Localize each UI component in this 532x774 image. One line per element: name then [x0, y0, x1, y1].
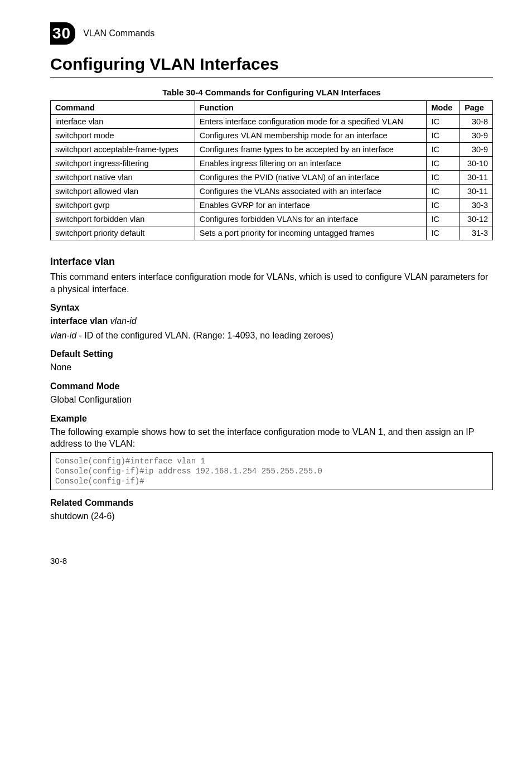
td-command: switchport forbidden vlan [51, 212, 195, 226]
td-function: Enables ingress filtering on an interfac… [195, 157, 427, 171]
default-value: None [50, 361, 493, 374]
td-command: switchport priority default [51, 226, 195, 240]
td-command: interface vlan [51, 115, 195, 129]
td-mode: IC [427, 185, 460, 199]
td-command: switchport ingress-filtering [51, 157, 195, 171]
td-page: 30-10 [460, 157, 493, 171]
table-row: switchport gvrp Enables GVRP for an inte… [51, 199, 493, 212]
syntax-cmd: interface vlan [50, 316, 110, 326]
td-function: Enables GVRP for an interface [195, 199, 427, 212]
td-mode: IC [427, 199, 460, 212]
example-intro: The following example shows how to set t… [50, 426, 493, 450]
td-page: 30-9 [460, 143, 493, 157]
table-row: switchport mode Configures VLAN membersh… [51, 129, 493, 143]
td-function: Enters interface configuration mode for … [195, 115, 427, 129]
th-command: Command [51, 101, 195, 115]
td-mode: IC [427, 157, 460, 171]
td-function: Configures VLAN membership mode for an i… [195, 129, 427, 143]
command-description: This command enters interface configurat… [50, 271, 493, 295]
chapter-header: 30 VLAN Commands [50, 22, 493, 45]
syntax-arg-desc: vlan-id - ID of the configured VLAN. (Ra… [50, 330, 493, 342]
table-header-row: Command Function Mode Page [51, 101, 493, 115]
table-caption: Table 30-4 Commands for Configuring VLAN… [50, 88, 493, 97]
mode-value: Global Configuration [50, 394, 493, 406]
td-function: Configures forbidden VLANs for an interf… [195, 212, 427, 226]
commands-table: Command Function Mode Page interface vla… [50, 100, 493, 240]
td-command: switchport native vlan [51, 171, 195, 185]
td-mode: IC [427, 129, 460, 143]
td-page: 30-9 [460, 129, 493, 143]
syntax-label: Syntax [50, 303, 493, 313]
table-row: switchport priority default Sets a port … [51, 226, 493, 240]
code-example: Console(config)#interface vlan 1 Console… [50, 452, 493, 491]
td-page: 30-8 [460, 115, 493, 129]
syntax-arg: vlan-id [110, 316, 137, 326]
heading-rule [50, 77, 493, 78]
td-page: 30-3 [460, 199, 493, 212]
td-command: switchport gvrp [51, 199, 195, 212]
arg-name: vlan-id [50, 331, 76, 340]
td-mode: IC [427, 143, 460, 157]
table-row: interface vlan Enters interface configur… [51, 115, 493, 129]
td-function: Configures the VLANs associated with an … [195, 185, 427, 199]
td-command: switchport mode [51, 129, 195, 143]
td-page: 30-11 [460, 171, 493, 185]
td-function: Sets a port priority for incoming untagg… [195, 226, 427, 240]
td-mode: IC [427, 226, 460, 240]
related-label: Related Commands [50, 498, 493, 508]
table-row: switchport native vlan Configures the PV… [51, 171, 493, 185]
th-page: Page [460, 101, 493, 115]
td-mode: IC [427, 171, 460, 185]
related-value: shutdown (24-6) [50, 510, 493, 523]
syntax-line: interface vlan vlan-id [50, 315, 493, 327]
mode-label: Command Mode [50, 381, 493, 391]
table-row: switchport allowed vlan Configures the V… [51, 185, 493, 199]
th-function: Function [195, 101, 427, 115]
chapter-number: 30 [52, 25, 71, 42]
td-mode: IC [427, 212, 460, 226]
default-label: Default Setting [50, 349, 493, 359]
chapter-badge: 30 [50, 22, 75, 45]
example-label: Example [50, 414, 493, 424]
arg-desc: - ID of the configured VLAN. (Range: 1-4… [76, 331, 333, 340]
table-row: switchport forbidden vlan Configures for… [51, 212, 493, 226]
table-row: switchport ingress-filtering Enables ing… [51, 157, 493, 171]
td-command: switchport acceptable-frame-types [51, 143, 195, 157]
page-heading: Configuring VLAN Interfaces [50, 55, 493, 74]
command-title: interface vlan [50, 256, 493, 268]
td-function: Configures frame types to be accepted by… [195, 143, 427, 157]
table-row: switchport acceptable-frame-types Config… [51, 143, 493, 157]
td-function: Configures the PVID (native VLAN) of an … [195, 171, 427, 185]
th-mode: Mode [427, 101, 460, 115]
td-page: 30-12 [460, 212, 493, 226]
page-number: 30-8 [50, 556, 493, 565]
header-section-title: VLAN Commands [83, 28, 154, 38]
td-mode: IC [427, 115, 460, 129]
td-page: 30-11 [460, 185, 493, 199]
td-page: 31-3 [460, 226, 493, 240]
td-command: switchport allowed vlan [51, 185, 195, 199]
